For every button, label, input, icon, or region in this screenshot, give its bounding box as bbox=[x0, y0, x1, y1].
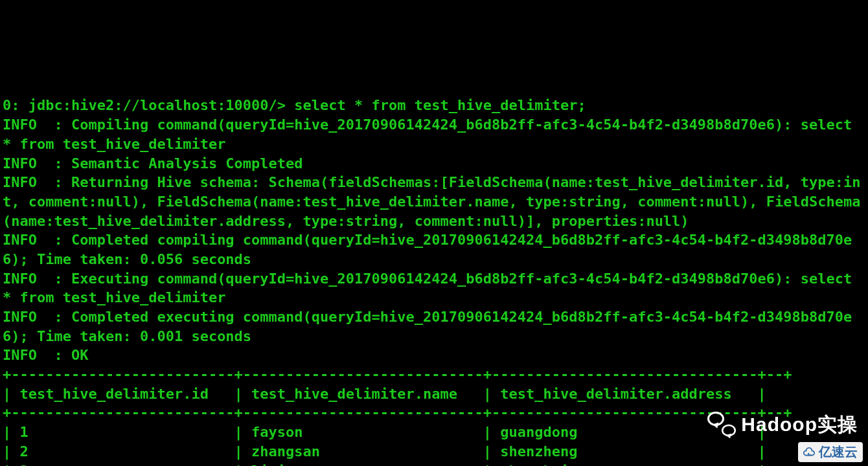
log-line: INFO : Completed executing command(query… bbox=[3, 309, 852, 344]
prompt: 0: jdbc:hive2://localhost:10000/> bbox=[3, 97, 286, 113]
table-row: | 1 | fayson | guangdong | bbox=[3, 424, 766, 440]
terminal-output: 0: jdbc:hive2://localhost:10000/> select… bbox=[3, 77, 865, 466]
log-line: INFO : Executing command(queryId=hive_20… bbox=[3, 271, 861, 306]
log-line: INFO : Semantic Analysis Completed bbox=[3, 155, 303, 172]
log-line: INFO : Returning Hive schema: Schema(fie… bbox=[3, 174, 861, 228]
log-line: INFO : Completed compiling command(query… bbox=[3, 232, 852, 267]
table-separator: +--------------------------+------------… bbox=[3, 366, 792, 383]
table-separator: +--------------------------+------------… bbox=[3, 405, 792, 421]
table-row: | 2 | zhangsan | shenzheng | bbox=[3, 443, 766, 460]
prompt-line[interactable]: 0: jdbc:hive2://localhost:10000/> select… bbox=[3, 97, 586, 113]
sql-command: select * from test_hive_delimiter; bbox=[294, 97, 586, 113]
log-line: INFO : Compiling command(queryId=hive_20… bbox=[3, 116, 861, 152]
table-header: | test_hive_delimiter.id | test_hive_del… bbox=[3, 386, 766, 402]
table-row: | 3 | lisi | shanghai | bbox=[3, 463, 766, 467]
log-line: INFO : OK bbox=[3, 347, 88, 363]
